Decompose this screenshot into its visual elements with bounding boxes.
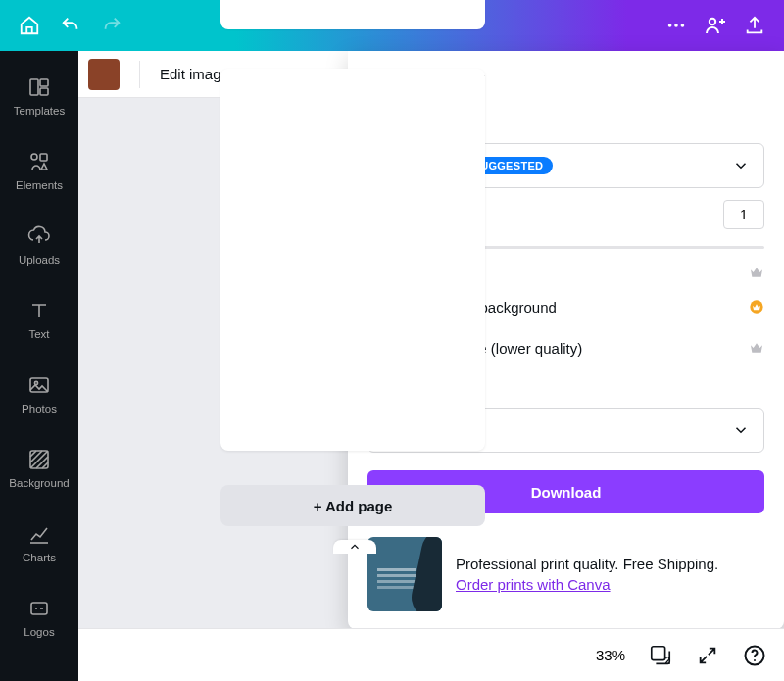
sidebar-item-templates[interactable]: Templates <box>0 59 78 133</box>
sidebar-item-label: Text <box>28 328 49 340</box>
sidebar-item-label: Photos <box>22 403 57 414</box>
page-card[interactable] <box>220 69 485 451</box>
crown-icon <box>749 265 764 280</box>
svg-point-2 <box>681 24 685 27</box>
promo-text: Professional print quality. Free Shippin… <box>456 556 718 572</box>
sidebar-item-charts[interactable]: Charts <box>0 506 78 580</box>
svg-rect-16 <box>652 646 665 659</box>
svg-rect-4 <box>30 79 38 95</box>
size-multiplier-input[interactable] <box>723 200 764 229</box>
svg-rect-12 <box>31 603 47 614</box>
bottom-bar: 33% 2 <box>78 628 784 681</box>
upload-icon[interactable] <box>735 6 774 45</box>
sidebar-item-label: Elements <box>16 179 63 191</box>
fullscreen-icon[interactable] <box>696 644 719 667</box>
svg-point-0 <box>668 24 672 27</box>
edit-image-button[interactable]: Edit image <box>160 66 229 82</box>
svg-point-18 <box>754 659 756 661</box>
sidebar-item-photos[interactable]: Photos <box>0 357 78 431</box>
sidebar-item-label: Charts <box>23 552 56 563</box>
svg-point-3 <box>710 19 715 24</box>
svg-rect-5 <box>40 79 48 86</box>
zoom-level[interactable]: 33% <box>596 647 625 663</box>
help-icon[interactable] <box>743 644 766 667</box>
sidebar-item-logos[interactable]: Logos <box>0 580 78 655</box>
page-card[interactable] <box>220 0 485 29</box>
promo-thumbnail <box>368 537 442 611</box>
undo-icon[interactable] <box>51 6 90 45</box>
sidebar-item-label: Uploads <box>19 254 60 266</box>
promo-link[interactable]: Order prints with Canva <box>456 576 718 593</box>
page-count-button[interactable]: 2 <box>649 644 672 667</box>
svg-rect-6 <box>40 88 48 95</box>
sidebar-item-label: Logos <box>24 626 54 638</box>
sidebar-item-label: Templates <box>14 105 65 117</box>
crown-icon <box>749 340 764 356</box>
add-page-button[interactable]: + Add page <box>220 485 485 526</box>
sidebar-item-background[interactable]: Background <box>0 431 78 506</box>
left-sidebar: Templates Elements Uploads Text Photos B… <box>0 51 78 681</box>
home-icon[interactable] <box>10 6 49 45</box>
chevron-down-icon <box>732 421 750 439</box>
print-promo: Professional print quality. Free Shippin… <box>368 537 764 611</box>
svg-rect-8 <box>40 154 47 161</box>
collapse-pages-tab[interactable] <box>333 540 376 554</box>
more-icon[interactable] <box>657 6 696 45</box>
sidebar-item-label: Background <box>9 477 69 489</box>
share-people-icon[interactable] <box>696 6 735 45</box>
svg-point-1 <box>674 24 678 27</box>
divider <box>139 61 140 88</box>
color-swatch[interactable] <box>88 59 120 90</box>
crown-gold-icon <box>749 299 764 315</box>
svg-point-7 <box>31 154 37 160</box>
sidebar-item-elements[interactable]: Elements <box>0 133 78 208</box>
chevron-down-icon <box>732 157 750 174</box>
redo-icon[interactable] <box>92 6 131 45</box>
sidebar-item-text[interactable]: Text <box>0 282 78 357</box>
sidebar-item-uploads[interactable]: Uploads <box>0 208 78 282</box>
